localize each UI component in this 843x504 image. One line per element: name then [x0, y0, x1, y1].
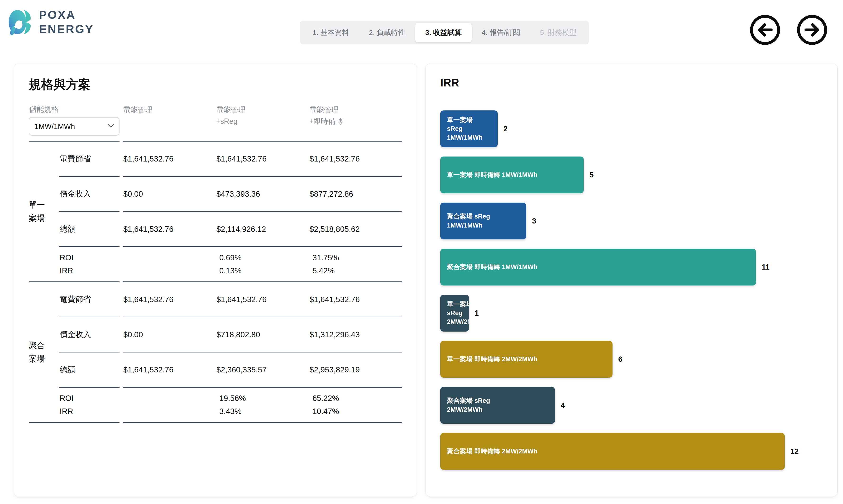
chart-bar-row: 聚合案場 sReg1MW/1MWh 3: [440, 203, 823, 239]
table-cell: $0.00: [123, 317, 216, 353]
column-header-energy-mgmt: 電能管理: [123, 104, 216, 142]
row-label-roi-irr: ROIIRR: [59, 388, 120, 423]
table-cell: $1,312,296.43: [309, 317, 402, 353]
step-navigation: [749, 14, 828, 46]
table-cell: $2,518,805.62: [309, 212, 402, 247]
table-cell: 19.56%3.43%: [216, 388, 309, 423]
table-cell: $473,393.36: [216, 177, 309, 212]
arrow-right-circle-icon: [796, 14, 828, 46]
table-cell: [123, 388, 216, 423]
group-label-single-site: 單一案場: [29, 142, 59, 282]
row-label: 電費節省: [59, 142, 120, 177]
irr-chart-panel: IRR 單一案場sReg1MW/1MWh 2 單一案場 即時備轉 1MW/1MW…: [425, 64, 838, 497]
bar-aggregated-spinning-2mw: 聚合案場 即時備轉 2MW/2MWh: [440, 433, 785, 470]
table-cell: 31.75%5.42%: [309, 247, 402, 282]
bar-value-label: 12: [790, 447, 799, 456]
table-cell: $718,802.80: [216, 317, 309, 353]
table-cell: $877,272.86: [309, 177, 402, 212]
table-cell: [123, 247, 216, 282]
bar-single-spinning-1mw: 單一案場 即時備轉 1MW/1MWh: [440, 157, 584, 193]
bar-value-label: 4: [561, 401, 565, 410]
wizard-step-tabs: 1. 基本資料 2. 負載特性 3. 收益試算 4. 報告/訂閱 5. 財務模型: [300, 21, 589, 44]
bar-aggregated-spinning-1mw: 聚合案場 即時備轉 1MW/1MWh: [440, 249, 756, 286]
next-step-button[interactable]: [796, 14, 828, 46]
table-cell: $0.00: [123, 177, 216, 212]
row-label: 總額: [59, 212, 120, 247]
table-cell: $1,641,532.76: [123, 212, 216, 247]
storage-spec-label: 儲能規格: [29, 104, 120, 114]
chart-bar-row: 單一案場sReg2MW/2MWh 1: [440, 295, 823, 331]
chart-bar-row: 聚合案場 即時備轉 2MW/2MWh 12: [440, 433, 823, 470]
row-label: 總額: [59, 353, 120, 388]
tab-report-subscribe[interactable]: 4. 報告/訂閱: [472, 23, 530, 42]
specs-panel-title: 規格與方案: [29, 76, 402, 93]
chart-bar-row: 單一案場 即時備轉 1MW/1MWh 5: [440, 157, 823, 193]
tab-revenue-calc[interactable]: 3. 收益試算: [415, 23, 472, 42]
table-cell: $1,641,532.76: [309, 282, 402, 317]
table-cell: $2,360,335.57: [216, 353, 309, 388]
bar-single-spinning-2mw: 單一案場 即時備轉 2MW/2MWh: [440, 341, 612, 378]
row-label: 價金收入: [59, 177, 120, 212]
bar-value-label: 3: [532, 217, 536, 226]
specs-and-plans-panel: 規格與方案 儲能規格 1MW/1MWh 電能管理 電能管理+sReg: [14, 64, 417, 497]
tab-basic-info[interactable]: 1. 基本資料: [303, 23, 359, 42]
bar-value-label: 11: [762, 263, 770, 271]
bar-value-label: 6: [618, 355, 622, 364]
column-header-energy-mgmt-sreg: 電能管理+sReg: [216, 104, 309, 142]
irr-chart-title: IRR: [440, 76, 823, 89]
brand-line1: POXA: [39, 8, 94, 22]
table-cell: $1,641,532.76: [309, 142, 402, 177]
table-cell: $1,641,532.76: [123, 282, 216, 317]
bar-value-label: 1: [475, 309, 479, 318]
app-root: POXA ENERGY 1. 基本資料 2. 負載特性 3. 收益試算 4. 報…: [0, 0, 843, 504]
row-label-roi-irr: ROIIRR: [59, 247, 120, 282]
chart-bar-row: 聚合案場 sReg2MW/2MWh 4: [440, 387, 823, 424]
row-label: 電費節省: [59, 282, 120, 317]
storage-spec-cell: 儲能規格 1MW/1MWh: [29, 104, 120, 142]
chart-bar-row: 單一案場sReg1MW/1MWh 2: [440, 110, 823, 147]
bar-value-label: 5: [590, 171, 593, 179]
header-gap: [120, 104, 123, 142]
brand-line2: ENERGY: [39, 22, 94, 36]
bar-value-label: 2: [503, 125, 507, 133]
table-cell: $2,953,829.19: [309, 353, 402, 388]
column-header-energy-mgmt-spinning-reserve: 電能管理+即時備轉: [309, 104, 402, 142]
bar-single-sreg-1mw: 單一案場sReg1MW/1MWh: [440, 110, 498, 147]
previous-step-button[interactable]: [749, 14, 781, 46]
table-cell: 65.22%10.47%: [309, 388, 402, 423]
bar-aggregated-sreg-1mw: 聚合案場 sReg1MW/1MWh: [440, 203, 526, 239]
poxa-logo-icon: [8, 4, 34, 40]
table-cell: $2,114,926.12: [216, 212, 309, 247]
poxa-energy-logo: POXA ENERGY: [8, 4, 94, 40]
irr-bar-chart: 單一案場sReg1MW/1MWh 2 單一案場 即時備轉 1MW/1MWh 5 …: [440, 110, 823, 470]
chart-bar-row: 聚合案場 即時備轉 1MW/1MWh 11: [440, 249, 823, 286]
bar-single-sreg-2mw: 單一案場sReg2MW/2MWh: [440, 295, 469, 331]
arrow-left-circle-icon: [749, 14, 781, 46]
table-cell: $1,641,532.76: [123, 142, 216, 177]
table-cell: 0.69%0.13%: [216, 247, 309, 282]
brand-wordmark: POXA ENERGY: [39, 8, 94, 36]
spec-table-group-single-site: 單一案場 電費節省 $1,641,532.76 $1,641,532.76 $1…: [29, 142, 402, 282]
row-label: 價金收入: [59, 317, 120, 353]
table-cell: $1,641,532.76: [216, 142, 309, 177]
tab-financial-model[interactable]: 5. 財務模型: [530, 23, 586, 42]
tab-load-profile[interactable]: 2. 負載特性: [359, 23, 415, 42]
table-cell: $1,641,532.76: [216, 282, 309, 317]
chart-bar-row: 單一案場 即時備轉 2MW/2MWh 6: [440, 341, 823, 378]
bar-aggregated-sreg-2mw: 聚合案場 sReg2MW/2MWh: [440, 387, 555, 424]
group-label-aggregated-site: 聚合案場: [29, 282, 59, 423]
spec-table-header: 儲能規格 1MW/1MWh 電能管理 電能管理+sReg 電能管理+即時備轉: [29, 104, 402, 142]
table-cell: $1,641,532.76: [123, 353, 216, 388]
storage-spec-select[interactable]: 1MW/1MWh: [29, 117, 120, 136]
spec-table-group-aggregated-site: 聚合案場 電費節省 $1,641,532.76 $1,641,532.76 $1…: [29, 282, 402, 423]
